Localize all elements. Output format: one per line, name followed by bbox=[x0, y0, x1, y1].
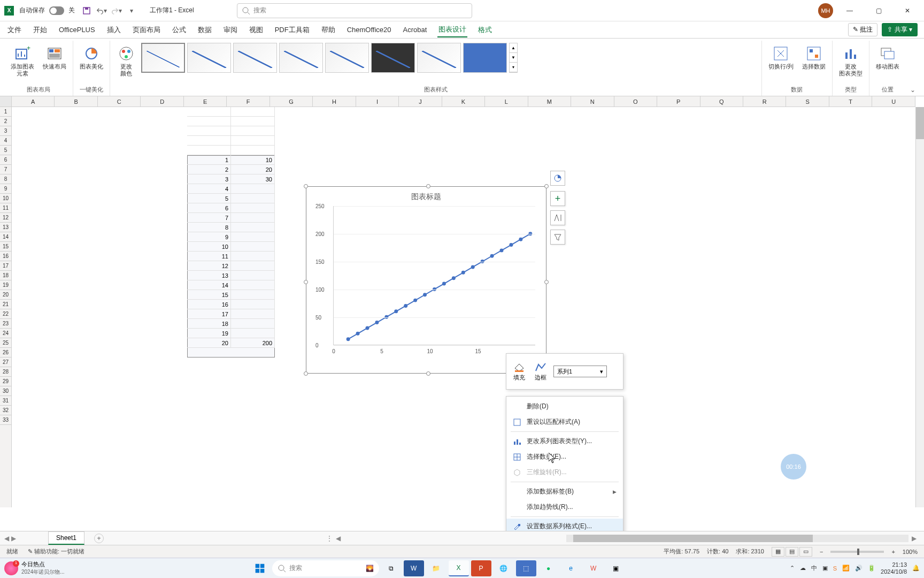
chart-style-1[interactable] bbox=[141, 43, 185, 73]
row-header[interactable]: 27 bbox=[0, 358, 11, 367]
toggle-icon[interactable] bbox=[49, 6, 64, 15]
start-button[interactable] bbox=[250, 560, 270, 576]
cell[interactable]: 6 bbox=[187, 203, 231, 213]
undo-button[interactable]: ▾ bbox=[96, 5, 107, 16]
chart-style-2[interactable] bbox=[187, 43, 231, 73]
cell[interactable] bbox=[231, 319, 275, 329]
maximize-button[interactable]: ▢ bbox=[866, 2, 891, 19]
switch-row-col-button[interactable]: 切换行/列 bbox=[765, 43, 797, 72]
row-header[interactable]: 2 bbox=[0, 117, 11, 126]
tab-pdf[interactable]: PDF工具箱 bbox=[274, 23, 311, 37]
cell[interactable] bbox=[231, 232, 275, 242]
row-header[interactable]: 30 bbox=[0, 386, 11, 396]
row-header[interactable]: 21 bbox=[0, 300, 11, 309]
row-header[interactable]: 20 bbox=[0, 290, 11, 300]
tab-view[interactable]: 视图 bbox=[248, 23, 264, 37]
resize-handle[interactable] bbox=[426, 371, 430, 376]
cell[interactable] bbox=[231, 261, 275, 271]
row-header[interactable]: 7 bbox=[0, 165, 11, 174]
chart-beautify-button[interactable]: 图表美化 bbox=[76, 43, 106, 72]
sheet-options[interactable]: ⋮ bbox=[326, 535, 333, 542]
tray-icon[interactable]: ☁ bbox=[800, 565, 806, 572]
tray-volume-icon[interactable]: 🔊 bbox=[855, 565, 863, 572]
ctx-add-trendline[interactable]: 添加趋势线(R)... bbox=[506, 499, 623, 515]
row-header[interactable]: 33 bbox=[0, 415, 11, 425]
tray-icon[interactable]: S bbox=[833, 565, 837, 572]
row-header[interactable]: 23 bbox=[0, 319, 11, 329]
wechat-app-icon[interactable]: ● bbox=[538, 560, 559, 576]
column-header[interactable]: J bbox=[399, 96, 442, 107]
ctx-add-data-labels[interactable]: 添加数据标签(B) ▶ bbox=[506, 484, 623, 499]
row-header[interactable]: 32 bbox=[0, 406, 11, 415]
cell[interactable]: 3 bbox=[187, 174, 231, 184]
column-header[interactable]: G bbox=[270, 96, 313, 107]
ctx-change-series-type[interactable]: 更改系列图表类型(Y)... bbox=[506, 434, 623, 449]
horizontal-scrollbar[interactable] bbox=[566, 535, 908, 542]
cell[interactable]: 16 bbox=[187, 300, 231, 309]
row-header[interactable]: 22 bbox=[0, 309, 11, 319]
chart-filters-button[interactable] bbox=[550, 230, 565, 245]
view-normal[interactable]: ▦ bbox=[772, 547, 784, 557]
column-header[interactable]: E bbox=[184, 96, 227, 107]
gallery-expand[interactable]: ▾ bbox=[510, 63, 517, 72]
column-header[interactable]: I bbox=[356, 96, 399, 107]
cell[interactable]: 20 bbox=[231, 165, 275, 174]
zoom-in[interactable]: + bbox=[891, 549, 895, 555]
row-header[interactable]: 18 bbox=[0, 271, 11, 280]
row-header[interactable]: 8 bbox=[0, 174, 11, 184]
fill-button[interactable]: 填充 bbox=[511, 361, 528, 383]
select-all-corner[interactable] bbox=[0, 96, 11, 107]
chart-style-8[interactable] bbox=[463, 43, 507, 73]
cell[interactable]: 10 bbox=[187, 242, 231, 252]
ctx-delete[interactable]: 删除(D) bbox=[506, 399, 623, 414]
column-header[interactable]: K bbox=[442, 96, 485, 107]
row-header[interactable]: 26 bbox=[0, 348, 11, 358]
column-header[interactable]: H bbox=[313, 96, 356, 107]
close-button[interactable]: ✕ bbox=[895, 2, 920, 19]
row-header[interactable]: 15 bbox=[0, 242, 11, 252]
taskbar-news-widget[interactable]: 1 今日热点 2024年诺贝尔物... bbox=[4, 560, 65, 576]
resize-handle[interactable] bbox=[304, 280, 308, 284]
tab-help[interactable]: 帮助 bbox=[320, 23, 336, 37]
user-avatar[interactable]: MH bbox=[818, 3, 833, 18]
change-colors-button[interactable]: 更改 颜色 bbox=[113, 43, 139, 79]
chart-title[interactable]: 图表标题 bbox=[306, 187, 546, 204]
tray-ime-icon[interactable]: 中 bbox=[811, 564, 817, 572]
row-header[interactable]: 29 bbox=[0, 377, 11, 386]
cell[interactable]: 9 bbox=[187, 232, 231, 242]
ctx-reset-style[interactable]: 重设以匹配样式(A) bbox=[506, 414, 623, 430]
row-header[interactable]: 11 bbox=[0, 203, 11, 213]
row-header[interactable]: 19 bbox=[0, 280, 11, 290]
column-header[interactable]: F bbox=[227, 96, 270, 107]
column-header[interactable]: N bbox=[571, 96, 614, 107]
cell[interactable]: 20 bbox=[187, 338, 231, 348]
autosave-toggle[interactable]: 自动保存 关 bbox=[19, 6, 75, 15]
chart-type-icon[interactable] bbox=[550, 171, 565, 186]
cell[interactable] bbox=[231, 242, 275, 252]
row-header[interactable]: 13 bbox=[0, 223, 11, 232]
sheet-tab-1[interactable]: Sheet1 bbox=[48, 531, 84, 545]
tab-data[interactable]: 数据 bbox=[197, 23, 213, 37]
cell[interactable]: 30 bbox=[231, 174, 275, 184]
cell[interactable]: 18 bbox=[187, 319, 231, 329]
cell[interactable]: 17 bbox=[187, 309, 231, 319]
view-page-layout[interactable]: ▤ bbox=[786, 547, 798, 557]
row-header[interactable]: 10 bbox=[0, 194, 11, 203]
ctx-select-data[interactable]: 选择数据(E)... bbox=[506, 449, 623, 465]
chart-styles-button[interactable] bbox=[550, 210, 565, 225]
tab-acrobat[interactable]: Acrobat bbox=[402, 24, 428, 36]
tab-officeplus[interactable]: OfficePLUS bbox=[58, 24, 96, 36]
cell[interactable]: 4 bbox=[187, 184, 231, 194]
row-header[interactable]: 14 bbox=[0, 232, 11, 242]
explorer-app-icon[interactable]: 📁 bbox=[426, 560, 446, 576]
tab-insert[interactable]: 插入 bbox=[106, 23, 122, 37]
qat-customize[interactable]: ▾ bbox=[126, 5, 137, 16]
tray-clock[interactable]: 21:13 2024/10/8 bbox=[881, 561, 907, 574]
chart-object[interactable]: 图表标题 050100150200250051015 + bbox=[306, 186, 546, 374]
cell[interactable] bbox=[231, 300, 275, 309]
row-header[interactable]: 12 bbox=[0, 213, 11, 223]
cell[interactable]: 14 bbox=[187, 280, 231, 290]
row-header[interactable]: 31 bbox=[0, 396, 11, 406]
zoom-slider[interactable] bbox=[830, 551, 884, 553]
hscroll-left[interactable]: ◀ bbox=[336, 535, 341, 542]
